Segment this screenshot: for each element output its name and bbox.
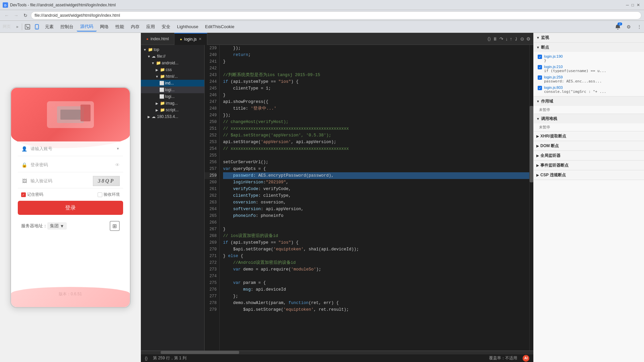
ai-icon[interactable]: AI xyxy=(523,355,529,362)
forward-button[interactable]: → xyxy=(12,11,20,19)
tab-security[interactable]: 安全 xyxy=(158,22,174,31)
tree-item-loginjs[interactable]: ⬜ logi... xyxy=(141,86,204,93)
tab-webpage[interactable]: 网页 xyxy=(0,22,13,31)
tab-performance[interactable]: 性能 xyxy=(112,22,127,31)
editor-step-over-icon[interactable]: ↷ xyxy=(499,36,503,42)
server-select[interactable]: 集团 ▼ xyxy=(47,222,67,230)
code-line-252: // $api.setStorage('appVersion', '0.5.38… xyxy=(223,132,529,139)
vertical-scrollbar[interactable] xyxy=(529,45,533,351)
expand-arrow-icon: ▶ xyxy=(154,102,160,105)
section-header-dom[interactable]: ▶ DOM 断点 xyxy=(534,141,644,150)
accept-env-item[interactable]: 验收环境 xyxy=(98,192,120,197)
section-header-xhr[interactable]: ▶ XHR/提取断点 xyxy=(534,131,644,141)
tab-index-html[interactable]: ● index.html xyxy=(141,33,174,45)
tree-item-server[interactable]: ▶ ☁ 180.153.4... xyxy=(141,113,204,120)
breakpoint-code: } xyxy=(544,58,563,63)
section-header-watch[interactable]: ▼ 监视 xyxy=(534,33,644,42)
breakpoint-item-210[interactable]: ✓ login.js:210 if (typeof(username) == u… xyxy=(536,64,641,74)
section-header-event[interactable]: ▶ 事件监听器断点 xyxy=(534,161,644,170)
file-html-icon: ⬜ xyxy=(159,81,164,85)
code-line-250: // changeHost(verifyHost); xyxy=(223,119,529,125)
settings-button[interactable]: ⚙ xyxy=(624,22,633,32)
editor-settings-icon[interactable]: ⚙ xyxy=(526,36,531,42)
section-header-csp[interactable]: ▶ CSP 违规断点 xyxy=(534,170,644,180)
maximize-button[interactable]: □ xyxy=(632,3,634,7)
editor-format-icon[interactable]: ⟨⟩ xyxy=(487,36,491,42)
tree-item-android[interactable]: ▼ 📁 android... xyxy=(141,60,204,66)
format-icon[interactable]: {} xyxy=(145,356,148,361)
close-button[interactable]: ✕ xyxy=(637,3,640,7)
refresh-button[interactable]: ↻ xyxy=(21,11,30,19)
breakpoint-text: login.js:259 password: AES.enc...ass... xyxy=(544,75,602,83)
tree-item-top[interactable]: ▼ 📁 top xyxy=(141,46,204,53)
wave-decoration xyxy=(11,287,130,307)
breakpoint-item-190[interactable]: ✓ login.js:190 } xyxy=(536,53,641,64)
username-field[interactable]: 👤 请输入账号 ▼ xyxy=(18,141,123,156)
code-line-270: $api.setStorage('equiptoken', sha1(api.d… xyxy=(223,246,529,253)
tree-item-html[interactable]: ▼ 📁 html/... xyxy=(141,73,204,80)
file-js-icon: ⬜ xyxy=(159,87,164,92)
code-line-248: title: '登录中...' xyxy=(223,105,529,112)
tab-editthiscookie[interactable]: EditThisCookie xyxy=(202,23,237,31)
inspect-toggle[interactable] xyxy=(23,22,32,32)
code-editor[interactable]: 239 240 241 242 243 244 245 246 247 248 … xyxy=(205,45,533,351)
breakpoint-item-803[interactable]: ✓ login.js:803 console.log("imgSrc : "+ … xyxy=(536,84,641,95)
horizontal-scrollbar[interactable] xyxy=(141,351,533,354)
qr-code-icon[interactable]: ⊞ xyxy=(110,221,120,231)
breakpoint-checkbox[interactable]: ✓ xyxy=(538,65,542,69)
folder-icon: 📁 xyxy=(160,108,165,112)
code-line-254: // xxxxxxxxxxxxxxxxxxxxxxxxxxxxxxxxxxxxx… xyxy=(223,145,529,152)
scroll-thumb[interactable] xyxy=(530,106,533,182)
address-bar[interactable]: file:///android_asset/widget/html/login/… xyxy=(31,11,641,19)
tab-elements[interactable]: 元素 xyxy=(42,22,57,31)
minimize-button[interactable]: ─ xyxy=(626,3,629,7)
tab-more[interactable]: » xyxy=(13,23,21,31)
editor-step-into-icon[interactable]: ↓ xyxy=(505,36,508,42)
section-header-callstack[interactable]: ▼ 调用堆栈 xyxy=(534,114,644,123)
tab-close-icon[interactable]: ✕ xyxy=(199,37,202,41)
captcha-image[interactable]: 38QP xyxy=(93,176,120,186)
breakpoint-item-259[interactable]: ✓ login.js:259 password: AES.enc...ass..… xyxy=(536,74,641,84)
folder-icon: 📁 xyxy=(148,47,153,52)
breakpoint-checkbox[interactable]: ✓ xyxy=(538,55,542,59)
section-header-breakpoints[interactable]: ▼ 断点 xyxy=(534,43,644,52)
tab-lighthouse[interactable]: Lighthouse xyxy=(174,23,202,31)
scroll-thumb-h[interactable] xyxy=(161,351,239,354)
tree-item-images[interactable]: ▶ 📁 imag... xyxy=(141,100,204,107)
password-field[interactable]: 🔒 登录密码 👁 xyxy=(18,158,123,172)
tab-console[interactable]: 控制台 xyxy=(57,22,77,31)
section-header-scope[interactable]: ▼ 作用域 xyxy=(534,97,644,106)
address-text: file:///android_asset/widget/html/login/… xyxy=(35,13,120,18)
tree-label-images: imag... xyxy=(166,101,178,106)
tree-item-scripts[interactable]: ▶ 📁 script... xyxy=(141,107,204,113)
back-button[interactable]: ← xyxy=(3,11,11,19)
code-line-264: softversion: api.appVersion, xyxy=(223,206,529,213)
tab-memory[interactable]: 内存 xyxy=(127,22,143,31)
accept-env-checkbox[interactable] xyxy=(98,192,102,197)
section-header-global[interactable]: ▶ 全局监听器 xyxy=(534,151,644,160)
remember-password-item[interactable]: ✓ 记住密码 xyxy=(21,192,43,197)
tab-application[interactable]: 应用 xyxy=(143,22,158,31)
tree-item-indexhtml[interactable]: ⬜ ind... xyxy=(141,80,204,86)
editor-step-out-icon[interactable]: ↑ xyxy=(510,36,512,42)
editor-deactivate-icon[interactable]: ⊝ xyxy=(520,36,524,42)
more-options-button[interactable]: ⋮ xyxy=(635,22,644,32)
code-line-256: setCurServerUrl(); xyxy=(223,159,529,166)
device-toggle[interactable] xyxy=(32,22,42,32)
tab-login-js[interactable]: ● login.js ✕ xyxy=(174,33,207,45)
tree-item-file[interactable]: ▼ ☁ file:// xyxy=(141,53,204,60)
tree-item-loginjs2[interactable]: ⬜ logi... xyxy=(141,93,204,100)
tab-network[interactable]: 网络 xyxy=(97,22,112,31)
notifications-button[interactable]: 2 xyxy=(613,22,623,32)
tab-sources[interactable]: 源代码 xyxy=(77,22,97,32)
debugger-section-event: ▶ 事件监听器断点 xyxy=(534,161,644,170)
breakpoint-checkbox[interactable]: ✓ xyxy=(538,86,542,90)
remember-password-checkbox[interactable]: ✓ xyxy=(21,192,26,197)
editor-pause-icon[interactable]: ⏸ xyxy=(493,36,497,42)
captcha-field[interactable]: 🖼 输入验证码 38QP xyxy=(18,174,123,188)
editor-step-icon[interactable]: ⤸ xyxy=(514,36,518,42)
login-button[interactable]: 登录 xyxy=(18,201,123,215)
breakpoint-checkbox[interactable]: ✓ xyxy=(538,75,542,80)
debugger-section-xhr: ▶ XHR/提取断点 xyxy=(534,131,644,141)
tree-item-css[interactable]: ▶ 📁 css xyxy=(141,66,204,73)
